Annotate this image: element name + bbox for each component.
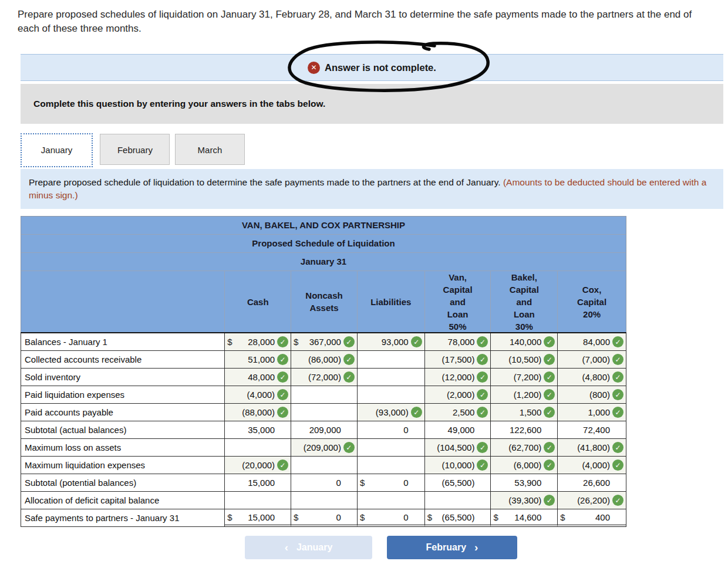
check-icon: ✓ — [544, 389, 555, 400]
amount-value: (7,000) — [569, 354, 610, 364]
amount-computed-cell: $14,600 — [491, 509, 558, 527]
question-heading: Prepare proposed schedules of liquidatio… — [18, 8, 710, 36]
amount-computed-cell: $0 — [358, 474, 425, 492]
amount-input-cell[interactable]: (86,000)✓ — [291, 351, 358, 369]
status-slot: ✓ — [474, 336, 490, 347]
status-slot: ✓ — [541, 371, 557, 383]
amount-input-cell[interactable]: (104,500)✓ — [425, 439, 491, 457]
amount-input-cell[interactable]: (72,000)✓ — [291, 369, 358, 386]
amount-input-cell[interactable] — [225, 439, 291, 457]
tab-february[interactable]: February — [100, 134, 170, 165]
amount-value: (86,000) — [302, 354, 341, 364]
amount-input-cell[interactable]: (26,200)✓ — [558, 492, 626, 509]
check-icon: ✓ — [544, 407, 555, 418]
amount-input-cell[interactable] — [358, 492, 425, 509]
amount-input-cell[interactable]: 1,500✓ — [491, 404, 558, 421]
status-slot: ✓ — [409, 336, 424, 347]
amount-input-cell[interactable]: (7,200)✓ — [491, 369, 558, 386]
amount-input-cell[interactable] — [358, 439, 425, 457]
amount-input-cell[interactable] — [358, 457, 425, 474]
amount-value: (62,700) — [502, 442, 541, 452]
status-slot: ✓ — [474, 442, 490, 453]
chevron-right-icon: › — [474, 541, 478, 554]
amount-input-cell[interactable]: (39,300)✓ — [491, 492, 558, 509]
amount-input-cell[interactable] — [291, 404, 358, 421]
check-icon: ✓ — [612, 459, 623, 471]
amount-input-cell[interactable]: (4,800)✓ — [558, 369, 626, 386]
column-header: Cox, Capital 20% — [558, 271, 626, 332]
column-header-blank — [21, 271, 225, 332]
amount-input-cell[interactable]: (17,500)✓ — [425, 351, 491, 369]
amount-input-cell[interactable]: $28,000✓ — [225, 333, 291, 351]
dollar-sign: $ — [291, 337, 302, 347]
dollar-sign: $ — [225, 337, 236, 347]
tab-january[interactable]: January — [21, 133, 93, 167]
amount-input-cell[interactable] — [291, 386, 358, 404]
amount-input-cell[interactable]: (1,200)✓ — [491, 386, 558, 404]
amount-input-cell[interactable]: (7,000)✓ — [558, 351, 626, 369]
amount-input-cell[interactable]: 2,500✓ — [425, 404, 491, 421]
status-slot: ✓ — [275, 354, 291, 365]
amount-input-cell[interactable] — [291, 457, 358, 474]
amount-input-cell[interactable]: 84,000✓ — [558, 333, 626, 351]
amount-input-cell[interactable]: (88,000)✓ — [225, 404, 291, 421]
amount-input-cell[interactable]: 51,000✓ — [225, 351, 291, 369]
amount-input-cell[interactable] — [425, 492, 491, 509]
column-header: Liabilities — [358, 271, 425, 332]
amount-input-cell[interactable] — [225, 492, 291, 509]
amount-input-cell[interactable]: (10,500)✓ — [491, 351, 558, 369]
amount-computed-cell: 35,000 — [225, 421, 291, 439]
amount-value: 400 — [569, 512, 610, 522]
table-row: Maximum liquidation expenses(20,000)✓(10… — [21, 457, 626, 474]
amount-input-cell[interactable] — [358, 351, 425, 369]
amount-input-cell[interactable] — [358, 369, 425, 386]
amount-input-cell[interactable]: 78,000✓ — [425, 333, 491, 351]
status-slot: ✓ — [474, 459, 490, 471]
dollar-sign: $ — [225, 512, 236, 522]
amount-input-cell[interactable]: (4,000)✓ — [225, 386, 291, 404]
amount-value: 15,000 — [236, 512, 275, 522]
check-icon: ✓ — [277, 371, 288, 383]
check-icon: ✓ — [544, 371, 555, 383]
amount-input-cell[interactable] — [358, 386, 425, 404]
amount-value: (10,500) — [502, 354, 541, 364]
amount-input-cell[interactable]: 93,000✓ — [358, 333, 425, 351]
amount-input-cell[interactable]: (93,000)✓ — [358, 404, 425, 421]
amount-computed-cell: (65,500) — [425, 474, 491, 492]
amount-input-cell[interactable]: 48,000✓ — [225, 369, 291, 386]
amount-input-cell[interactable]: 1,000✓ — [558, 404, 626, 421]
column-header: Cash — [225, 271, 291, 332]
tab-march[interactable]: March — [175, 134, 245, 165]
amount-input-cell[interactable] — [291, 492, 358, 509]
complete-question-panel: Complete this question by entering your … — [21, 84, 723, 124]
row-label: Allocation of deficit capital balance — [21, 492, 225, 509]
next-tab-button[interactable]: February › — [387, 536, 517, 559]
status-slot: ✓ — [610, 336, 626, 347]
status-slot: ✓ — [409, 407, 424, 418]
amount-input-cell[interactable]: (4,000)✓ — [558, 457, 626, 474]
status-slot: ✓ — [341, 336, 357, 347]
amount-input-cell[interactable]: (62,700)✓ — [491, 439, 558, 457]
amount-input-cell[interactable]: (10,000)✓ — [425, 457, 491, 474]
amount-computed-cell: 0 — [291, 474, 358, 492]
amount-input-cell[interactable]: (209,000)✓ — [291, 439, 358, 457]
amount-input-cell[interactable]: (800)✓ — [558, 386, 626, 404]
status-slot: ✓ — [275, 459, 291, 471]
liquidation-schedule-table: VAN, BAKEL, AND COX PARTNERSHIP Proposed… — [21, 216, 626, 527]
check-icon: ✓ — [477, 354, 488, 365]
amount-input-cell[interactable]: (6,000)✓ — [491, 457, 558, 474]
answer-status-banner: ✕ Answer is not complete. — [21, 54, 723, 81]
amount-input-cell[interactable]: $367,000✓ — [291, 333, 358, 351]
status-slot: ✓ — [474, 407, 490, 418]
amount-value: 53,900 — [502, 478, 541, 488]
amount-input-cell[interactable]: 140,000✓ — [491, 333, 558, 351]
question-page: Prepare proposed schedules of liquidatio… — [0, 0, 728, 588]
amount-input-cell[interactable]: (20,000)✓ — [225, 457, 291, 474]
amount-input-cell[interactable]: (2,000)✓ — [425, 386, 491, 404]
prev-tab-button[interactable]: ‹ January — [245, 536, 372, 559]
amount-input-cell[interactable]: (12,000)✓ — [425, 369, 491, 386]
check-icon: ✓ — [612, 371, 623, 383]
dollar-sign: $ — [558, 512, 569, 522]
amount-value: 0 — [302, 512, 341, 522]
amount-input-cell[interactable]: (41,800)✓ — [558, 439, 626, 457]
